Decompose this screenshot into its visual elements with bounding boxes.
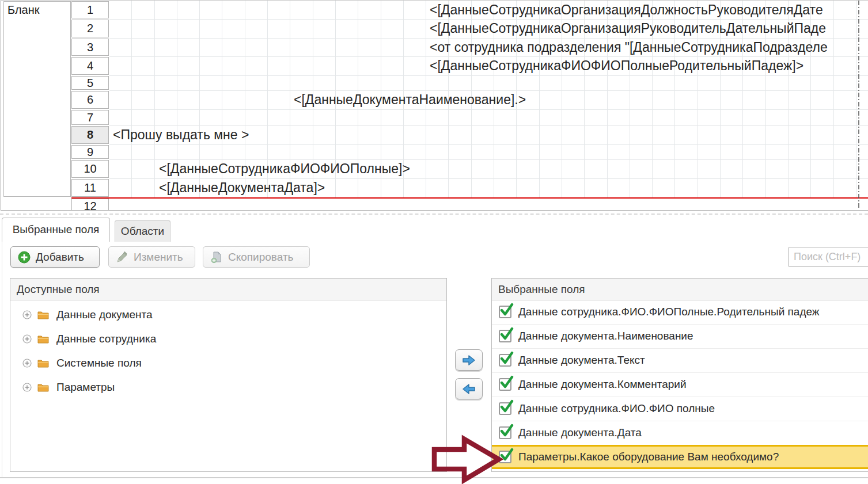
group-left-border	[2, 219, 2, 477]
row-header-4[interactable]: 4	[71, 57, 109, 75]
row-header-6[interactable]: 6	[71, 91, 109, 109]
row-header-3[interactable]: 3	[71, 39, 109, 56]
expand-plus-icon[interactable]	[22, 383, 32, 392]
selected-field-label: Данные документа.Наименование	[518, 330, 693, 342]
row-header-1[interactable]: 1	[71, 1, 109, 18]
selected-field-row[interactable]: Данные документа.Текст	[492, 348, 868, 373]
folder-icon	[37, 334, 49, 344]
red-arrow-annotation	[426, 433, 510, 484]
tree-item-label: Данные документа	[56, 308, 153, 321]
edit-button-label: Изменить	[134, 251, 183, 264]
tree-item-system-fields[interactable]: Системные поля	[10, 351, 446, 375]
row-header-11[interactable]: 11	[71, 179, 109, 197]
row-header-8-selected[interactable]: 8	[71, 126, 109, 144]
move-left-button[interactable]	[455, 378, 483, 399]
green-check-icon	[499, 327, 514, 342]
selected-field-row[interactable]: Данные документа.Дата	[492, 421, 868, 445]
checkbox-checked[interactable]	[499, 354, 511, 367]
green-check-icon	[499, 375, 514, 390]
add-button-label: Добавить	[36, 251, 84, 264]
checkbox-checked[interactable]	[499, 402, 511, 415]
pencil-icon	[116, 251, 128, 264]
section-label-blank[interactable]: Бланк	[3, 1, 71, 197]
blue-arrow-left-icon	[461, 383, 476, 395]
expand-plus-icon[interactable]	[22, 334, 32, 344]
print-area-red-line	[71, 197, 868, 199]
selected-field-label: Данные документа.Текст	[518, 354, 645, 367]
selected-field-row-highlighted[interactable]: Параметры.Какое оборудование Вам необход…	[492, 445, 868, 469]
section-separator	[0, 214, 868, 215]
selected-field-label: Данные сотрудника.ФИО.ФИО полные	[518, 402, 715, 415]
expand-plus-icon[interactable]	[22, 310, 32, 319]
tree-item-document-data[interactable]: Данные документа	[10, 303, 446, 327]
cell-text-row-2[interactable]: <[ДанныеСотрудникаОрганизацияРуководител…	[430, 19, 858, 38]
search-input[interactable]	[788, 247, 868, 267]
checkbox-checked[interactable]	[499, 378, 511, 391]
page-break-line	[858, 1, 859, 209]
row-header-2[interactable]: 2	[71, 20, 109, 37]
selected-fields-header: Выбранные поля	[492, 279, 868, 300]
tree-item-employee-data[interactable]: Данные сотрудника	[10, 327, 446, 351]
cell-text-row-11[interactable]: <[ДанныеДокументаДата]>	[159, 178, 793, 197]
template-editor-window: Бланк 1 2 3 4 5 6 7 8 9 10 11 12 <[Данны…	[0, 0, 868, 484]
row-header-7[interactable]: 7	[71, 110, 109, 125]
available-fields-header: Доступные поля	[10, 279, 446, 300]
move-right-button[interactable]	[455, 349, 483, 371]
green-check-icon	[499, 351, 514, 366]
row-header-12[interactable]: 12	[71, 199, 109, 210]
selected-field-row[interactable]: Данные сотрудника.ФИО.ФИОПолные.Родитель…	[492, 300, 868, 325]
edit-button[interactable]: Изменить	[108, 246, 195, 268]
available-fields-panel: Доступные поля Данные документа	[10, 278, 447, 472]
checkbox-checked[interactable]	[499, 306, 511, 318]
folder-icon	[37, 310, 49, 319]
tree-item-label: Данные сотрудника	[56, 333, 156, 345]
cell-text-row-8[interactable]: <Прошу выдать мне >	[113, 125, 804, 144]
tree-item-label: Системные поля	[56, 357, 142, 369]
template-sheet: Бланк 1 2 3 4 5 6 7 8 9 10 11 12 <[Данны…	[1, 0, 868, 211]
green-check-icon	[499, 399, 514, 414]
selected-fields-panel: Выбранные поля Данные сотрудника.ФИО.ФИО…	[491, 278, 868, 472]
cell-text-row-10[interactable]: <[ДанныеСотрудникаФИОФИОПолные]>	[159, 159, 793, 178]
row-header-5[interactable]: 5	[71, 76, 109, 90]
selected-field-row[interactable]: Данные сотрудника.ФИО.ФИО полные	[492, 397, 868, 421]
folder-icon	[37, 359, 49, 368]
selected-field-label: Данные сотрудника.ФИО.ФИОПолные.Родитель…	[518, 306, 820, 318]
copy-document-icon	[210, 251, 223, 264]
cell-text-row-1[interactable]: <[ДанныеСотрудникаОрганизацияДолжностьРу…	[430, 1, 858, 19]
selected-field-row[interactable]: Данные документа.Наименование	[492, 324, 868, 349]
row-header-9[interactable]: 9	[71, 145, 109, 159]
cell-text-row-6[interactable]: <[ДанныеДокументаНаименование].>	[294, 90, 812, 109]
tree-item-label: Параметры	[56, 381, 115, 394]
copy-button[interactable]: Скопировать	[203, 246, 310, 268]
green-plus-circle-icon	[18, 251, 31, 264]
cell-text-row-4[interactable]: <[ДанныеСотрудникаФИОФИОПолныеРодительны…	[430, 56, 858, 75]
selected-field-label: Данные документа.Комментарий	[518, 378, 687, 391]
row-header-10[interactable]: 10	[71, 160, 109, 178]
blue-arrow-right-icon	[461, 354, 476, 367]
selected-field-row[interactable]: Данные документа.Комментарий	[492, 372, 868, 397]
folder-icon	[37, 383, 49, 392]
tree-item-parameters[interactable]: Параметры	[10, 375, 446, 399]
copy-button-label: Скопировать	[228, 251, 293, 264]
green-check-icon	[499, 303, 514, 318]
checkbox-checked[interactable]	[499, 330, 511, 342]
selected-field-label: Параметры.Какое оборудование Вам необход…	[518, 451, 779, 463]
selected-field-label: Данные документа.Дата	[518, 426, 642, 439]
cell-text-row-3[interactable]: <от сотрудника подразделения "[ДанныеСот…	[430, 38, 858, 56]
tab-areas[interactable]: Области	[115, 220, 170, 242]
tab-selected-fields[interactable]: Выбранные поля	[2, 218, 110, 242]
add-button[interactable]: Добавить	[10, 246, 100, 268]
expand-plus-icon[interactable]	[22, 359, 32, 368]
